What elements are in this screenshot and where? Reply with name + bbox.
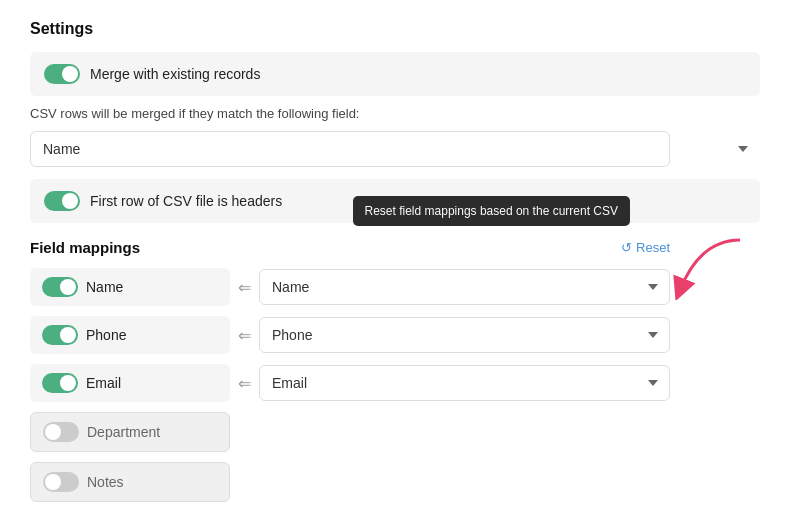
merge-toggle[interactable]: [44, 64, 80, 84]
reset-button[interactable]: ↺ Reset: [621, 240, 670, 255]
mapping-label-notes: Notes: [87, 474, 124, 490]
mapping-label-phone: Phone: [86, 327, 126, 343]
merge-field-wrapper: Name Email Phone: [30, 131, 760, 167]
field-mappings-title: Field mappings: [30, 239, 140, 256]
mapping-label-email: Email: [86, 375, 121, 391]
merge-label: Merge with existing records: [90, 66, 260, 82]
mapping-select-phone[interactable]: Phone Name Email: [259, 317, 670, 353]
mapping-row-phone: Phone ⇐ Phone Name Email: [30, 316, 670, 354]
mapping-left-name: Name: [30, 268, 230, 306]
mapping-toggle-name[interactable]: [42, 277, 78, 297]
mapping-left-department: Department: [30, 412, 230, 452]
mapping-select-email[interactable]: Email Name Phone: [259, 365, 670, 401]
mapping-left-phone: Phone: [30, 316, 230, 354]
arrow-indicator: [670, 230, 750, 300]
mapping-right-phone: Phone Name Email: [259, 317, 670, 353]
mapping-select-name[interactable]: Name Email Phone: [259, 269, 670, 305]
reset-icon: ↺: [621, 240, 632, 255]
mapping-row-name: Name ⇐ Name Email Phone: [30, 268, 670, 306]
mapping-right-email: Email Name Phone: [259, 365, 670, 401]
settings-title: Settings: [30, 20, 760, 38]
reset-tooltip: Reset field mappings based on the curren…: [353, 196, 630, 226]
mapping-toggle-phone[interactable]: [42, 325, 78, 345]
merge-toggle-row: Merge with existing records: [30, 52, 760, 96]
mapping-label-department: Department: [87, 424, 160, 440]
mapping-toggle-department[interactable]: [43, 422, 79, 442]
field-mappings-header: Field mappings Reset field mappings base…: [30, 239, 670, 256]
mapping-left-notes: Notes: [30, 462, 230, 502]
mapping-toggle-email[interactable]: [42, 373, 78, 393]
mapping-row-department: Department: [30, 412, 670, 452]
mapping-row-email: Email ⇐ Email Name Phone: [30, 364, 670, 402]
mapping-right-name: Name Email Phone: [259, 269, 670, 305]
reset-label: Reset: [636, 240, 670, 255]
mapping-arrow-email: ⇐: [238, 374, 251, 393]
mapping-row-notes: Notes: [30, 462, 670, 502]
headers-toggle[interactable]: [44, 191, 80, 211]
merge-description: CSV rows will be merged if they match th…: [30, 106, 760, 121]
mapping-toggle-notes[interactable]: [43, 472, 79, 492]
headers-label: First row of CSV file is headers: [90, 193, 282, 209]
mapping-left-email: Email: [30, 364, 230, 402]
mapping-label-name: Name: [86, 279, 123, 295]
merge-field-select[interactable]: Name Email Phone: [30, 131, 670, 167]
mapping-arrow-name: ⇐: [238, 278, 251, 297]
mapping-arrow-phone: ⇐: [238, 326, 251, 345]
field-mappings-section: Field mappings Reset field mappings base…: [30, 239, 670, 502]
